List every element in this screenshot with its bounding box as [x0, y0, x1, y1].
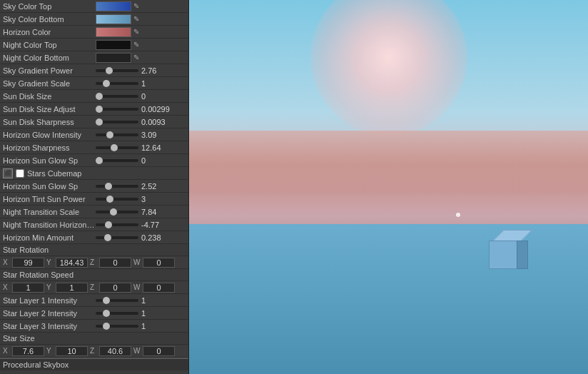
sky-color-bottom-control: ✎ [96, 14, 186, 24]
star-size-z-input[interactable] [99, 346, 131, 356]
sky-color-top-edit-icon[interactable]: ✎ [133, 2, 139, 10]
horizon-glow-row: Horizon Glow Intensity 3.09 [0, 128, 188, 141]
star-size-x-input[interactable] [12, 346, 44, 356]
star-rotation-xyzw-row: X Y Z W [0, 256, 188, 269]
stars-cubemap-row: ⬛ Stars Cubemap [0, 167, 188, 180]
sun-disk-sharpness-slider[interactable] [96, 121, 138, 123]
star-speed-w-input[interactable] [143, 283, 175, 293]
sky-color-top-swatch[interactable] [96, 1, 131, 11]
sky-gradient-scale-slider[interactable] [96, 82, 138, 85]
sky-gradient-power-label: Sky Gradient Power [3, 66, 96, 75]
horizon-sharpness-slider[interactable] [96, 146, 138, 149]
sky-color-top-label: Sky Color Top [3, 2, 96, 11]
bottom-label: Procedural Skybox [3, 360, 69, 369]
horizon-sun-glow-label: Horizon Sun Glow Sp [3, 156, 96, 165]
star-rotation-w-input[interactable] [143, 258, 175, 268]
night-color-bottom-control: ✎ [96, 53, 186, 63]
star-dot [456, 213, 460, 217]
night-transition-scale-slider[interactable] [96, 211, 138, 213]
star-size-x-label: X [3, 347, 10, 355]
horizon-tint-control: 3 [96, 195, 186, 203]
night-transition-horizon-slider[interactable] [96, 223, 138, 226]
star-rotation-z-input[interactable] [99, 258, 131, 268]
sky-gradient-power-slider[interactable] [96, 69, 138, 72]
sun-disk-adjust-row: Sun Disk Size Adjust 0.00299 [0, 103, 188, 116]
horizon-min-value: 0.238 [141, 233, 170, 242]
bottom-bar: Procedural Skybox [0, 358, 188, 370]
horizon-color-edit-icon[interactable]: ✎ [133, 28, 139, 36]
star-speed-y-input[interactable] [56, 283, 88, 293]
right-panel [189, 0, 588, 374]
star-layer2-label: Star Layer 2 Intensity [3, 309, 96, 318]
star-layer1-label: Star Layer 1 Intensity [3, 296, 96, 305]
horizon-sun-glow-slider[interactable] [96, 159, 138, 162]
sky-gradient-scale-control: 1 [96, 79, 186, 88]
sky-color-top-row: Sky Color Top ✎ [0, 0, 188, 13]
star-layer2-slider[interactable] [96, 312, 138, 315]
star-size-section: Star Size [0, 333, 188, 345]
star-layer1-slider[interactable] [96, 299, 138, 302]
horizon-glow-slider[interactable] [96, 133, 138, 136]
sky-gradient-scale-value: 1 [141, 79, 170, 88]
star-layer3-control: 1 [96, 322, 186, 330]
star-size-z-label: Z [90, 347, 97, 355]
sky-scene [189, 0, 588, 374]
horizon-color-swatch[interactable] [96, 27, 131, 37]
horizon-min-slider[interactable] [96, 236, 138, 239]
horizon-tint-row: Horizon Tint Sun Power 3 [0, 193, 188, 206]
night-transition-horizon-control: -4.77 [96, 221, 186, 229]
cube [489, 230, 528, 269]
night-transition-scale-value: 7.84 [141, 208, 170, 216]
sun-disk-sharpness-control: 0.0093 [96, 118, 186, 126]
star-rotation-x-input[interactable] [12, 258, 44, 268]
horizon-tint-label: Horizon Tint Sun Power [3, 195, 96, 203]
night-transition-scale-label: Night Transition Scale [3, 208, 96, 216]
star-rotation-x-label: X [3, 258, 10, 266]
night-color-top-row: Night Color Top ✎ [0, 39, 188, 51]
horizon-tint-slider[interactable] [96, 198, 138, 201]
star-rotation-speed-section: Star Rotation Speed [0, 269, 188, 281]
star-size-y-input[interactable] [56, 346, 88, 356]
sun-disk-sharpness-label: Sun Disk Sharpness [3, 118, 96, 126]
star-speed-z-input[interactable] [99, 283, 131, 293]
star-size-xyzw-row: X Y Z W [0, 345, 188, 358]
horizon-tint-value: 3 [141, 195, 170, 203]
night-color-bottom-swatch[interactable] [96, 53, 131, 63]
sun-disk-adjust-value: 0.00299 [141, 105, 170, 113]
horizon-sun-glow2-slider[interactable] [96, 185, 138, 188]
star-rotation-z-label: Z [90, 258, 97, 266]
star-layer3-label: Star Layer 3 Intensity [3, 322, 96, 330]
night-color-bottom-edit-icon[interactable]: ✎ [133, 54, 139, 61]
star-layer2-value: 1 [141, 309, 170, 318]
horizon-sharpness-row: Horizon Sharpness 12.64 [0, 141, 188, 154]
star-layer2-control: 1 [96, 309, 186, 318]
horizon-sharpness-control: 12.64 [96, 143, 186, 152]
star-speed-x-input[interactable] [12, 283, 44, 293]
horizon-sun-glow2-label: Horizon Sun Glow Sp [3, 182, 96, 191]
horizon-glow [189, 131, 588, 216]
night-transition-horizon-value: -4.77 [141, 221, 170, 229]
sky-gradient-power-control: 2.76 [96, 66, 186, 75]
star-speed-w-label: W [133, 283, 141, 291]
sun-disk-adjust-label: Sun Disk Size Adjust [3, 105, 96, 113]
sun-disk-adjust-slider[interactable] [96, 108, 138, 111]
star-layer1-value: 1 [141, 296, 170, 305]
sun-disk-sharpness-row: Sun Disk Sharpness 0.0093 [0, 116, 188, 128]
sky-color-bottom-row: Sky Color Bottom ✎ [0, 13, 188, 26]
star-size-w-label: W [133, 347, 141, 355]
night-color-top-edit-icon[interactable]: ✎ [133, 41, 139, 49]
star-rotation-y-input[interactable] [56, 258, 88, 268]
night-color-top-swatch[interactable] [96, 40, 131, 50]
star-layer3-value: 1 [141, 322, 170, 330]
horizon-glow-label: Horizon Glow Intensity [3, 131, 96, 139]
stars-cubemap-checkbox[interactable] [16, 169, 24, 178]
left-panel: Sky Color Top ✎ Sky Color Bottom ✎ Horiz… [0, 0, 189, 374]
star-rotation-w-label: W [133, 258, 141, 266]
sky-color-bottom-edit-icon[interactable]: ✎ [133, 15, 139, 23]
night-color-bottom-label: Night Color Bottom [3, 54, 96, 62]
sun-disk-size-slider[interactable] [96, 95, 138, 98]
star-layer3-slider[interactable] [96, 325, 138, 328]
star-size-w-input[interactable] [143, 346, 175, 356]
sky-color-bottom-swatch[interactable] [96, 14, 131, 24]
night-transition-horizon-row: Night Transition Horizon Delay -4.77 [0, 218, 188, 231]
